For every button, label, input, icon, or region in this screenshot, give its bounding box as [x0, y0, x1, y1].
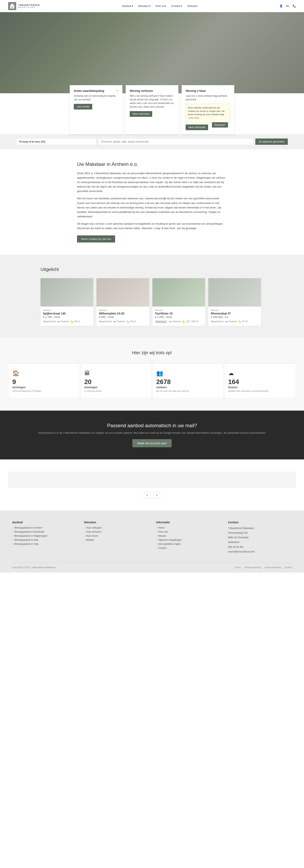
property-city-1: Arnhem — [99, 309, 147, 311]
property-card-3[interactable]: Rhenen Rhenendaal 37 € 335.000,- k.k. Ap… — [208, 278, 261, 326]
footer-col-contact: Contact 't Mauritshuis Makelaars Utrecht… — [228, 521, 292, 555]
footer-link-arnhem[interactable]: Woningaanbod in Arnhem — [12, 526, 76, 529]
footer-link-beheer[interactable]: Beheer — [84, 538, 148, 541]
property-price-1: € 995,- /mnd — [99, 315, 147, 318]
search-submit-btn[interactable]: 20 objecten gevonden — [256, 138, 288, 145]
nav-over-ons[interactable]: Over ons — [156, 4, 166, 7]
footer-bottom: Copyright © 2023 - 't Mauritshuis Makela… — [12, 563, 292, 568]
stat-item-2: 👥 2678 zoekers die op zoek zijn naar een… — [152, 364, 224, 398]
footer-bottom-cookie[interactable]: Cookieverklaring — [264, 566, 281, 568]
footer-col-aanbod: Aanbod Woningaanbod in Arnhem Woningaanb… — [12, 521, 76, 555]
nav-contact[interactable]: Contact ▾ — [171, 4, 182, 7]
search-type-select[interactable]: Te koop of te huur (20) — [16, 138, 96, 145]
svg-rect-2 — [11, 7, 13, 9]
footer-link-velp[interactable]: Woningaanbod in Velp — [12, 542, 76, 546]
footer-company-name: 't Mauritshuis Makelaars — [228, 526, 292, 530]
property-meta-1: Appartement 🛏 2 kamers 📐 53 m² — [99, 320, 147, 323]
cookie-link[interactable]: Lees meer — [189, 117, 199, 119]
search-location-input[interactable] — [98, 138, 253, 145]
property-price-3: € 335.000,- k.k. — [211, 315, 259, 318]
footer-aanbod-links: Woningaanbod in Arnhem Woningaanbod in D… — [12, 526, 76, 546]
about-para-1: Sinds 2001 is 't Mauritshuis Makelaars a… — [77, 171, 227, 193]
card-klaar-btn[interactable]: Meer informatie — [185, 124, 208, 130]
navbar: †MAURITSHUIS MAKELAARS Aanbod ▾ Diensten… — [0, 0, 304, 12]
logo[interactable]: †MAURITSHUIS MAKELAARS — [8, 2, 40, 10]
footer-diensten-title: Diensten — [84, 521, 148, 524]
footer-bottom-links: Home Privacyverklaring Cookieverklaring … — [235, 566, 292, 568]
stat-icon-2: 👥 — [156, 370, 220, 376]
card-close-icon[interactable]: ✕ — [116, 89, 119, 92]
stat-label-0: woningen — [12, 385, 76, 389]
footer-bottom-home[interactable]: Home — [235, 566, 241, 568]
footer-link-bepalingen[interactable]: Algemene bepalingen — [156, 538, 220, 541]
footer-country: Nederland — [228, 540, 292, 544]
card-klaar-title: Woning u klaar — [185, 89, 230, 92]
property-img-2 — [153, 278, 205, 307]
email-cta-section: Passend aanbod automatisch in uw mail? S… — [0, 411, 304, 460]
footer-grid: Aanbod Woningaanbod in Arnhem Woningaanb… — [12, 521, 292, 555]
property-type-1: Appartement — [99, 320, 112, 323]
footer-link-doorbeek[interactable]: Woningaanbod in Doorbeek — [12, 530, 76, 533]
property-rooms-1: 2 kamers — [116, 320, 125, 322]
logo-icon — [8, 2, 16, 10]
nl-selector[interactable]: NL — [286, 4, 290, 7]
footer-phone[interactable]: 026 44 54 301 — [228, 545, 292, 549]
footer-link-contact[interactable]: Contact — [156, 547, 220, 550]
testimonial-nav: ‹ › — [8, 492, 296, 498]
card-verhuren-btn[interactable]: Meer informatie — [130, 111, 152, 117]
footer-diensten-links: Huis verkopen Huis verhuren Huis huren B… — [84, 526, 148, 541]
stat-number-2: 2678 — [156, 378, 220, 385]
nav-verkocht[interactable]: Verkocht — [187, 4, 197, 7]
property-card-0[interactable]: Arnhem Spijkerstraat 140 € 1.795,- /mnd … — [40, 278, 93, 326]
testimonial-prev-btn[interactable]: ‹ — [144, 492, 150, 498]
email-cta-title: Passend aanbod automatisch in uw mail? — [8, 423, 296, 428]
footer-link-faq[interactable]: Veel gestelde vragen — [156, 542, 220, 546]
property-size-1: 53 m² — [130, 320, 136, 322]
property-city-2: Rhenen — [155, 309, 203, 311]
footer-link-verhuren[interactable]: Huis verhuren — [84, 530, 148, 533]
property-type-2: Woonhuis — [155, 320, 167, 323]
stat-icon-1: 🏛 — [84, 370, 148, 376]
contact-op-met-ons-btn[interactable]: Neem contact op met ons — [77, 236, 115, 243]
nav-aanbod[interactable]: Aanbod ▾ — [122, 4, 133, 7]
email-cta-body: Schrijf jezelf nu in bij 't Mauritshuis … — [8, 431, 296, 435]
property-card-1[interactable]: Arnhem Willemsplein 23-20 € 995,- /mnd A… — [97, 278, 149, 326]
property-img-0 — [40, 278, 93, 307]
footer-link-over-ons[interactable]: Over ons — [156, 530, 220, 533]
footer-link-ede[interactable]: Woningaanbod in Ede — [12, 538, 76, 541]
footer-link-huren[interactable]: Huis huren — [84, 534, 148, 537]
footer-link-wageningen[interactable]: Woningaanbod in Wageningen — [12, 534, 76, 537]
svg-marker-1 — [9, 3, 15, 6]
card-verhuren: Woning verhuren Wilt u uw woning verhure… — [126, 85, 178, 134]
footer-link-nieuws[interactable]: Nieuws — [156, 534, 220, 537]
property-city-0: Arnhem — [43, 309, 91, 311]
cookie-text: Deze website maakt gebruik van cookies a… — [188, 106, 225, 116]
property-price-2: € 2.295,- /mnd — [155, 315, 203, 318]
property-rooms-2: 4 kamers — [172, 320, 181, 322]
footer: Aanbod Woningaanbod in Arnhem Woningaanb… — [0, 510, 304, 572]
card-verhuren-title: Woning verhuren — [130, 89, 174, 92]
property-img-1 — [97, 278, 149, 307]
footer-link-verkopen[interactable]: Huis verkopen — [84, 526, 148, 529]
phone-icon[interactable]: 📞 — [293, 4, 296, 7]
about-section: Uw Makelaar in Arnhem e.o. Sinds 2001 is… — [61, 149, 243, 255]
footer-bottom-privacy[interactable]: Privacyverklaring — [244, 566, 261, 568]
property-name-0: Spijkerstraat 140 — [43, 312, 91, 315]
property-name-1: Willemsplein 23-20 — [99, 312, 147, 315]
footer-bottom-contact[interactable]: Contact — [284, 566, 292, 568]
property-meta-2: Woonhuis 🛏 4 kamers 📐 152 / 229 m² — [155, 320, 203, 323]
nav-diensten[interactable]: Diensten ▾ — [138, 4, 150, 7]
account-icon[interactable]: 👤 — [279, 4, 283, 7]
hero-image — [0, 12, 304, 93]
property-card-2[interactable]: Rhenen Tuurliluter 15 € 2.295,- /mnd Woo… — [153, 278, 205, 326]
footer-email[interactable]: wonen@mauritshuis.info — [228, 550, 292, 554]
property-rooms-0: 4 kamers — [60, 320, 69, 322]
testimonial-next-btn[interactable]: › — [154, 492, 160, 498]
footer-postcode: 6862 AH Doorbeek — [228, 536, 292, 539]
card-klaar: Woning u klaar Laat ons u onze website k… — [181, 85, 234, 134]
footer-link-home[interactable]: Home — [156, 526, 220, 529]
cookie-accept-btn[interactable]: Begrepen! — [212, 122, 228, 127]
email-cta-btn[interactable]: Maak een account aan! — [132, 439, 172, 447]
card-gratis-btn[interactable]: Lees verder — [74, 104, 92, 110]
property-size-0: 98 m² — [74, 320, 80, 322]
